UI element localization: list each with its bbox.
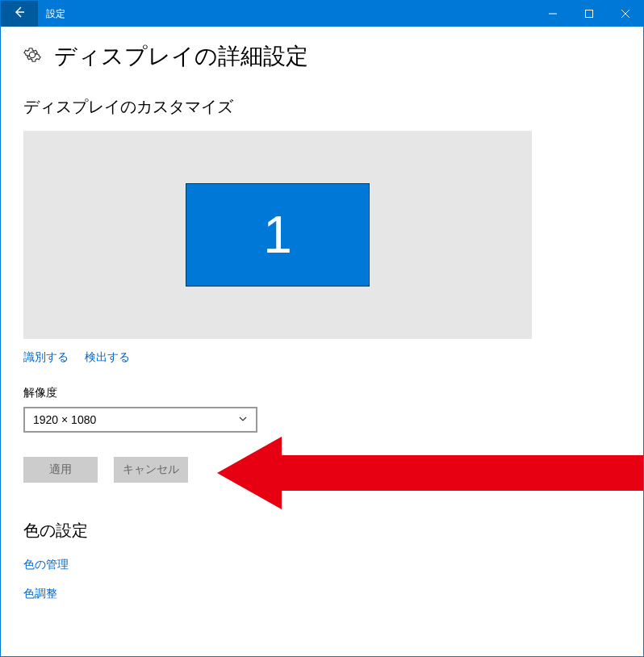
page-title: ディスプレイの詳細設定 (54, 41, 308, 72)
color-manage-link[interactable]: 色の管理 (23, 558, 621, 572)
display-number: 1 (263, 205, 292, 265)
page-header: ディスプレイの詳細設定 (23, 41, 621, 72)
svg-rect-0 (585, 10, 592, 18)
chevron-down-icon (238, 413, 248, 426)
close-icon (621, 6, 629, 21)
apply-button[interactable]: 適用 (23, 457, 98, 483)
back-button[interactable] (1, 1, 38, 27)
window-controls (534, 1, 643, 27)
identify-link[interactable]: 識別する (23, 350, 69, 365)
gear-icon (23, 46, 41, 67)
button-row: 適用 キャンセル (23, 457, 621, 483)
display-link-row: 識別する 検出する (23, 350, 621, 365)
svg-marker-1 (217, 437, 644, 509)
minimize-icon (549, 6, 557, 21)
resolution-value: 1920 × 1080 (33, 413, 96, 426)
maximize-icon (585, 6, 593, 21)
color-heading: 色の設定 (23, 520, 621, 542)
titlebar: 設定 (1, 1, 643, 27)
customize-heading: ディスプレイのカスタマイズ (23, 96, 621, 118)
close-button[interactable] (607, 1, 643, 27)
display-monitor-1[interactable]: 1 (186, 183, 370, 287)
cancel-button[interactable]: キャンセル (114, 457, 188, 483)
detect-link[interactable]: 検出する (85, 350, 130, 365)
resolution-select[interactable]: 1920 × 1080 (23, 407, 257, 433)
maximize-button[interactable] (571, 1, 607, 27)
red-arrow-annotation (217, 433, 644, 517)
display-preview-area: 1 (23, 131, 532, 339)
back-arrow-icon (13, 6, 26, 22)
window-title: 設定 (46, 7, 534, 21)
color-adjust-link[interactable]: 色調整 (23, 587, 621, 601)
resolution-label: 解像度 (23, 386, 621, 400)
content-area: ディスプレイの詳細設定 ディスプレイのカスタマイズ 1 識別する 検出する 解像… (1, 27, 643, 630)
minimize-button[interactable] (534, 1, 571, 27)
